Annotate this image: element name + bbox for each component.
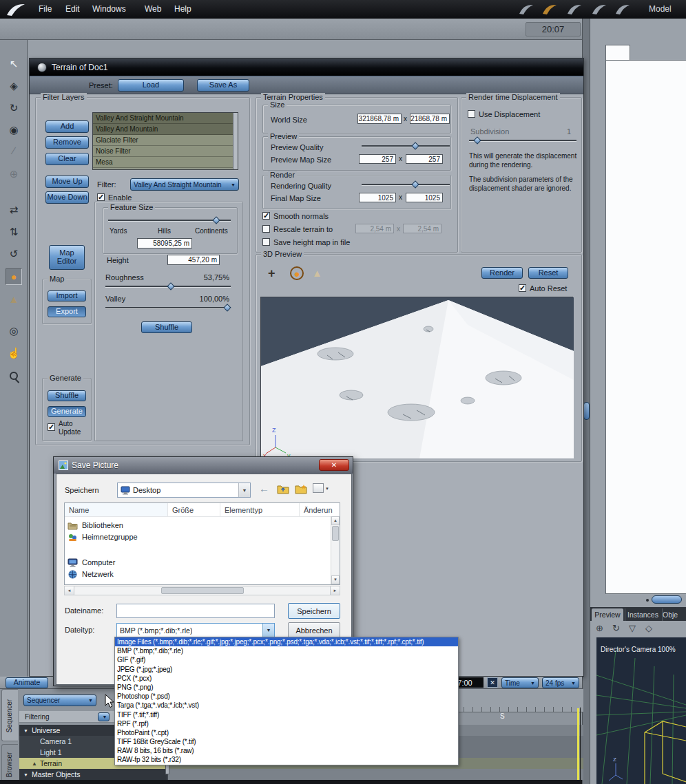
map-import-button[interactable]: Import bbox=[48, 290, 86, 301]
filetype-option[interactable]: TIFF 16Bit GreyScale (*.tif) bbox=[115, 737, 458, 746]
hscroll-thumb[interactable] bbox=[161, 587, 244, 594]
preview-quality-slider[interactable] bbox=[362, 142, 450, 150]
list-item-network[interactable]: Netzwerk bbox=[67, 569, 114, 580]
combo-arrow-button[interactable]: ▼ bbox=[238, 483, 250, 497]
column-header-modified[interactable]: Änderun bbox=[300, 503, 331, 516]
filter-shuffle-button[interactable]: Shuffle bbox=[141, 321, 192, 333]
animate-tab[interactable]: Animate bbox=[6, 677, 48, 688]
back-icon[interactable]: ← bbox=[259, 483, 269, 494]
select-arrow-icon[interactable]: ↖ bbox=[0, 58, 28, 70]
height-value[interactable]: 457,20 m bbox=[167, 255, 220, 265]
up-folder-icon[interactable] bbox=[277, 484, 289, 494]
tree-row-master-objects[interactable]: ▼ Master Objects bbox=[19, 769, 167, 780]
reset-preview-button[interactable]: Reset bbox=[528, 267, 568, 279]
column-header-name[interactable]: Name bbox=[65, 503, 168, 516]
filetype-option[interactable]: Targa (*.tga;*.vda;*.icb;*.vst) bbox=[115, 701, 458, 710]
preset-save-as-button[interactable]: Save As bbox=[197, 79, 249, 92]
feature-size-slider[interactable] bbox=[108, 217, 231, 224]
close-button[interactable]: ✕ bbox=[319, 459, 349, 471]
refresh-icon[interactable]: ↻ bbox=[612, 623, 620, 633]
move-down-button[interactable]: Move Down bbox=[45, 191, 89, 204]
views-caret-icon[interactable]: ▼ bbox=[325, 487, 329, 491]
orbit-icon[interactable]: ⊕ bbox=[596, 623, 603, 633]
menu-edit[interactable]: Edit bbox=[65, 4, 80, 14]
scroll-left-icon[interactable]: ◄ bbox=[65, 586, 74, 595]
filename-input[interactable] bbox=[116, 604, 275, 618]
playhead[interactable] bbox=[577, 708, 579, 784]
rescale-checkbox[interactable] bbox=[262, 225, 270, 233]
menu-file[interactable]: File bbox=[39, 4, 52, 14]
filetype-option[interactable]: Photoshop (*.psd) bbox=[115, 692, 458, 701]
auto-update-checkbox[interactable]: ✓ bbox=[48, 423, 55, 431]
room-icon-1[interactable] bbox=[518, 3, 534, 15]
combo-arrow-button[interactable]: ▼ bbox=[262, 624, 274, 637]
room-icon-4[interactable] bbox=[591, 3, 607, 15]
file-list-vscrollbar[interactable]: ▲ ▼ bbox=[331, 516, 340, 584]
layer-row[interactable]: Valley And Straight Mountain bbox=[93, 113, 238, 124]
elevate-tool-icon[interactable]: ⇅ bbox=[0, 226, 28, 238]
expander-icon[interactable]: ▼ bbox=[23, 728, 28, 733]
room-icon-3[interactable] bbox=[566, 3, 583, 15]
sequencer-combobox[interactable]: Sequencer▼ bbox=[23, 695, 96, 706]
transform-icon[interactable]: ◈ bbox=[0, 80, 28, 92]
file-list-hscrollbar[interactable]: ◄ ► bbox=[64, 586, 340, 595]
save-button[interactable]: Speichern bbox=[288, 603, 340, 619]
roughness-slider[interactable] bbox=[105, 283, 231, 290]
pick-tool-icon[interactable]: ⊕ bbox=[0, 168, 28, 180]
column-header-size[interactable]: Größe bbox=[168, 503, 220, 516]
layer-row[interactable]: Valley And Mountain bbox=[93, 124, 238, 135]
filetype-option[interactable]: JPEG (*.jpg;*.jpeg) bbox=[115, 665, 458, 674]
generate-button[interactable]: Generate bbox=[48, 406, 86, 417]
rotate-icon[interactable]: ↻ bbox=[0, 102, 28, 114]
tab-preview[interactable]: Preview bbox=[592, 608, 623, 621]
layer-row[interactable]: Glaciate Filter bbox=[93, 135, 238, 146]
world-size-h[interactable]: 321868,78 m bbox=[410, 114, 450, 124]
map-export-button[interactable]: Export bbox=[48, 306, 86, 317]
valley-slider[interactable] bbox=[105, 304, 231, 312]
properties-page-tab[interactable] bbox=[605, 45, 630, 61]
filetype-option[interactable]: TIFF (*.tif;*.tiff) bbox=[115, 710, 458, 719]
filter-combobox[interactable]: Valley And Straight Mountain ▼ bbox=[130, 178, 239, 191]
generate-shuffle-button[interactable]: Shuffle bbox=[48, 390, 86, 401]
hot-point-tool[interactable]: ● bbox=[6, 268, 22, 285]
save-dialog-titlebar[interactable]: Save Picture ✕ bbox=[54, 457, 353, 474]
rendering-quality-slider[interactable] bbox=[362, 181, 450, 189]
tri-down-icon[interactable]: ▽ bbox=[629, 623, 636, 633]
filetype-option[interactable]: PNG (*.png) bbox=[115, 683, 458, 692]
move-up-button[interactable]: Move Up bbox=[45, 176, 89, 188]
time-units-combobox[interactable]: Time▼ bbox=[501, 677, 539, 688]
spin-tool-icon[interactable]: ↺ bbox=[0, 248, 28, 260]
line-tool-icon[interactable]: ∕ bbox=[0, 145, 28, 156]
magnifier-icon[interactable] bbox=[10, 372, 18, 380]
camera-tool-icon[interactable]: ◎ bbox=[0, 325, 28, 337]
smooth-normals-checkbox[interactable]: ✓ bbox=[262, 212, 270, 220]
new-folder-icon[interactable] bbox=[295, 484, 307, 494]
render-preview-button[interactable]: Render bbox=[481, 267, 523, 279]
scroll-down-icon[interactable]: ▼ bbox=[331, 575, 340, 584]
filetype-option[interactable]: RPF (*.rpf) bbox=[115, 719, 458, 728]
side-tab-browser[interactable]: Browser bbox=[1, 744, 18, 784]
fps-combobox[interactable]: 24 fps▼ bbox=[542, 677, 579, 688]
list-item-libraries[interactable]: Bibliotheken bbox=[67, 520, 123, 531]
timeline-x-icon[interactable]: ✕ bbox=[487, 677, 498, 688]
filter-layers-list[interactable]: Valley And Straight Mountain Valley And … bbox=[92, 112, 238, 170]
filetype-option[interactable]: Image Files (*.bmp;*.dib;*.rle;*.gif;*.j… bbox=[115, 637, 458, 646]
gizmo-sphere-icon[interactable]: ● bbox=[290, 266, 304, 280]
filetype-option[interactable]: PhotoPaint (*.cpt) bbox=[115, 728, 458, 737]
save-in-combobox[interactable]: Desktop ▼ bbox=[117, 483, 251, 498]
filetype-option[interactable]: RAW 8 bits, 16 bits (*.raw) bbox=[115, 746, 458, 755]
filetype-dropdown-list[interactable]: Image Files (*.bmp;*.dib;*.rle;*.gif;*.j… bbox=[114, 637, 459, 765]
list-item-computer[interactable]: Computer bbox=[67, 557, 115, 568]
add-layer-button[interactable]: Add bbox=[45, 120, 89, 133]
paint-sphere-icon[interactable]: ◉ bbox=[0, 124, 28, 136]
filetype-option[interactable]: PCX (*.pcx) bbox=[115, 674, 458, 683]
vertical-scroll-thumb[interactable] bbox=[583, 402, 590, 420]
cancel-button[interactable]: Abbrechen bbox=[288, 622, 340, 638]
cone-tool-icon[interactable]: ▲ bbox=[0, 293, 28, 305]
translate-tool-icon[interactable]: ⇄ bbox=[0, 204, 28, 216]
preview-map-w[interactable]: 257 bbox=[359, 154, 396, 164]
list-scrollbar[interactable] bbox=[233, 113, 238, 169]
auto-reset-checkbox[interactable]: ✓ bbox=[519, 284, 526, 292]
panel-zoom-slider[interactable] bbox=[652, 595, 682, 604]
scroll-right-icon[interactable]: ► bbox=[330, 586, 340, 595]
